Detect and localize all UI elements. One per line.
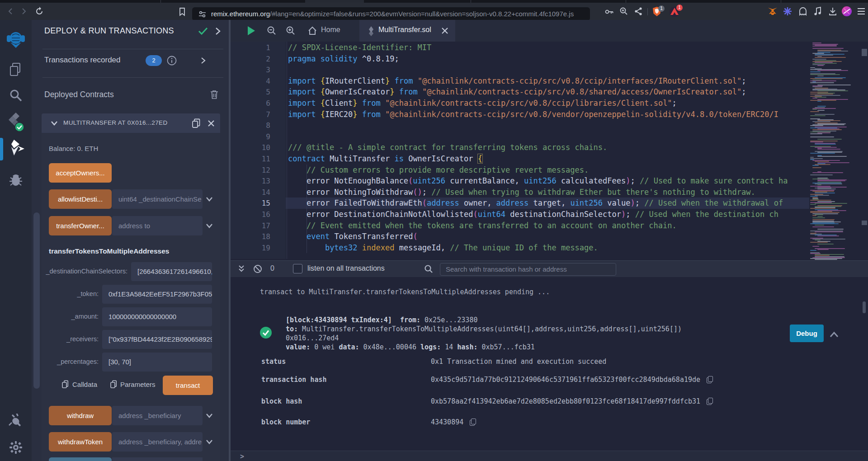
minimap-line [817, 244, 834, 245]
line-number: 14 [231, 188, 270, 197]
expand-fn-chevron[interactable] [206, 439, 213, 444]
line-number: 6 [231, 99, 270, 108]
terminal-search-input[interactable]: Search with transaction hash or address [440, 263, 616, 276]
minimap-line [812, 46, 837, 47]
line-number: 3 [231, 66, 270, 74]
bookmark-icon[interactable] [178, 7, 186, 16]
back-button[interactable] [6, 7, 15, 16]
phantom-icon[interactable] [798, 7, 807, 16]
terminal-scrollbar-thumb[interactable] [863, 301, 866, 313]
minimap-line [810, 94, 833, 94]
copy-calldata-icon[interactable] [62, 380, 69, 388]
zoom-in-icon[interactable] [286, 26, 296, 36]
copy-contract-icon[interactable] [192, 118, 201, 128]
fn-input[interactable]: uint64 _destinationChainSe [112, 189, 203, 209]
expand-fn-chevron[interactable] [206, 413, 213, 418]
minimap-line [810, 242, 828, 243]
clear-console-icon[interactable] [253, 264, 262, 273]
listen-checkbox[interactable] [293, 264, 302, 273]
search-icon[interactable] [9, 89, 23, 102]
file-explorer-icon[interactable] [9, 62, 23, 77]
minimap-line [815, 225, 824, 226]
remix-logo[interactable] [6, 29, 26, 49]
panel-resizer[interactable] [229, 20, 231, 461]
info-icon[interactable] [167, 56, 177, 66]
plugin-manager-icon[interactable] [8, 414, 24, 429]
deploy-run-icon[interactable] [7, 139, 25, 156]
collapse-tx-chevron[interactable] [830, 331, 839, 338]
panel-scrollbar[interactable] [33, 212, 40, 389]
minimap[interactable] [810, 42, 859, 263]
profile-avatar[interactable] [842, 6, 852, 16]
fn-input[interactable]: address _beneficiary, addre [112, 432, 203, 452]
code-line: error NotEnoughBalance(uint256 currentBa… [288, 175, 788, 187]
forward-button[interactable] [19, 7, 28, 16]
compile-success-badge [14, 122, 24, 132]
debugger-icon[interactable] [9, 172, 23, 188]
partial-button[interactable] [49, 457, 112, 461]
calldata-label[interactable]: Calldata [72, 381, 97, 388]
code-line: contract MultiTransfer is OwnerIsCreator… [288, 153, 482, 165]
param-label: _percentages: [42, 358, 99, 365]
fn-button-withdraw[interactable]: withdraw [49, 406, 112, 425]
param-label: _token: [42, 290, 99, 297]
active-file-tab[interactable]: MultiTransfer.sol [359, 20, 455, 42]
param-input-destinationChainSelectors[interactable]: [2664363617261496610, 125326095838629165… [131, 262, 212, 281]
tx-recorded-chevron[interactable] [201, 57, 206, 64]
close-tab-icon[interactable] [442, 28, 448, 34]
extension-blue-icon[interactable] [783, 7, 792, 16]
expand-fn-chevron[interactable] [206, 223, 213, 228]
acceptownership-button[interactable]: acceptOwners... [49, 163, 112, 183]
divider [42, 49, 223, 49]
share-icon[interactable] [634, 7, 643, 16]
copy-value-icon[interactable] [707, 376, 712, 383]
home-tab[interactable]: Home [321, 26, 340, 34]
copy-parameters-icon[interactable] [110, 380, 118, 388]
editor-scrollbar-thumb[interactable] [862, 49, 867, 56]
fn-button-allowlistDesti[interactable]: allowlistDesti... [49, 189, 112, 209]
param-input-percentages[interactable]: [30, 70] [102, 353, 212, 372]
panel-expand-chevron[interactable] [215, 27, 221, 35]
remix-icon-rail [0, 20, 32, 461]
music-note-icon[interactable] [814, 7, 822, 16]
site-permissions-icon[interactable] [198, 10, 206, 18]
parameters-label[interactable]: Parameters [120, 381, 156, 388]
collapse-chevron-icon[interactable] [51, 121, 58, 126]
close-contract-icon[interactable] [208, 120, 214, 127]
download-icon[interactable] [828, 7, 837, 16]
line-number: 17 [231, 221, 270, 230]
param-input-token[interactable]: 0xf1E3A5842EeEF51F2967b3F05D45DD4f4205FF… [102, 285, 212, 304]
menu-icon[interactable] [857, 8, 865, 15]
debug-button[interactable]: Debug [790, 325, 824, 342]
code-line: import {OwnerIsCreator} from "@chainlink… [288, 86, 746, 98]
terminal-collapse-icon[interactable] [238, 265, 245, 273]
transact-button[interactable]: transact [163, 376, 213, 395]
shield-badge: 1 [658, 5, 665, 12]
fn-button-withdrawToken[interactable]: withdrawToken [49, 432, 112, 452]
tx-detail-value: 0xb578aa2f413942eb6ae7d2e8085ed2ebb80f01… [431, 397, 700, 406]
metamask-icon[interactable] [768, 7, 778, 16]
terminal-toolbar: 0 listen on all transactions Search with… [231, 260, 868, 277]
tx-detail-label: block hash [261, 397, 302, 406]
param-input-receivers[interactable]: ["0x937fBD44423f2E2B090658929EB4878885Df… [102, 330, 212, 349]
zoom-page-icon[interactable] [619, 7, 628, 16]
key-icon[interactable] [605, 8, 614, 16]
run-script-icon[interactable] [246, 25, 256, 36]
zoom-out-icon[interactable] [267, 26, 277, 36]
terminal-prompt-row[interactable]: > [231, 451, 868, 461]
copy-value-icon[interactable] [470, 419, 476, 425]
minimap-line [817, 65, 824, 66]
fn-button-transferOwner[interactable]: transferOwner... [49, 216, 112, 235]
fn-input[interactable]: address _beneficiary [112, 406, 203, 425]
param-input-amount[interactable]: 100000000000000000 [102, 307, 212, 326]
contract-card-header[interactable]: MULTITRANSFER AT 0X016...27ED [42, 113, 220, 133]
trash-icon[interactable] [210, 90, 218, 99]
copy-value-icon[interactable] [707, 398, 712, 405]
minimap-line [810, 133, 822, 134]
expand-fn-chevron[interactable] [206, 197, 213, 202]
settings-gear-icon[interactable] [9, 441, 23, 454]
fn-input[interactable]: address to [112, 216, 203, 235]
url-bar[interactable]: remix.ethereum.org/#lang=en&optimize=fal… [192, 7, 590, 21]
home-icon[interactable] [307, 26, 317, 36]
reload-button[interactable] [34, 6, 44, 16]
